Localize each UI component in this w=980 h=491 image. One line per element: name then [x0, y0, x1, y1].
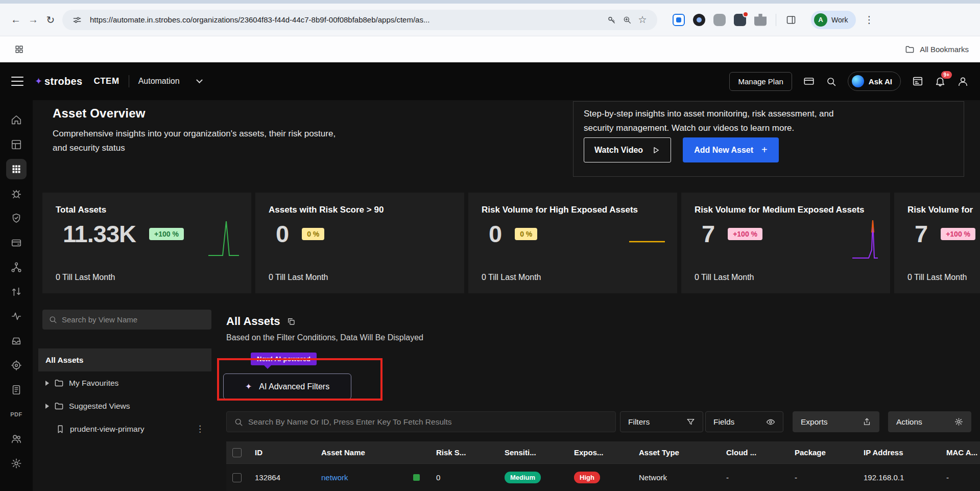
url-text[interactable]: https://automate.in.strobes.co/organizat… [90, 15, 604, 24]
cell-ip-address: 192.168.0.1 [857, 473, 940, 482]
stat-value: 7 [702, 220, 714, 248]
zoom-icon[interactable] [619, 12, 635, 28]
view-search-box[interactable] [42, 310, 211, 330]
caret-right-icon[interactable] [45, 381, 49, 386]
copy-icon[interactable] [286, 317, 296, 326]
column-header-id[interactable]: ID [249, 448, 315, 457]
dashboard-icon[interactable] [11, 139, 22, 150]
users-icon[interactable] [11, 433, 22, 445]
extension-icon-3[interactable] [713, 14, 726, 26]
ai-advanced-filters-label: AI Advanced Filters [259, 382, 329, 391]
folder-icon [54, 401, 64, 411]
shield-icon[interactable] [11, 213, 22, 224]
view-item-prudent-view-primary[interactable]: prudent-view-primary ⋮ [38, 417, 211, 440]
view-folder-suggested-views[interactable]: Suggested Views [38, 394, 211, 417]
tab-groups-grid-icon[interactable] [11, 42, 27, 57]
sensitivity-badge: Medium [505, 472, 541, 483]
stat-footer: 0 Till Last Month [482, 273, 664, 282]
stat-delta-badge: 0 % [302, 228, 324, 240]
password-key-icon[interactable] [604, 12, 619, 28]
browser-chrome: ← → ↻ https://automate.in.strobes.co/org… [0, 0, 980, 62]
column-header-cloud[interactable]: Cloud ... [720, 448, 788, 457]
reload-button[interactable]: ↻ [42, 11, 59, 29]
column-header-sensitivity[interactable]: Sensiti... [498, 448, 568, 457]
bookmark-star-icon[interactable]: ☆ [635, 12, 650, 28]
hierarchy-icon[interactable] [11, 262, 22, 273]
fields-label: Fields [713, 417, 734, 427]
column-header-package[interactable]: Package [788, 448, 857, 457]
search-icon [49, 315, 57, 324]
row-checkbox[interactable] [232, 473, 242, 482]
forward-button[interactable]: → [25, 11, 42, 29]
back-button[interactable]: ← [7, 11, 25, 29]
url-bar[interactable]: https://automate.in.strobes.co/organizat… [62, 10, 657, 30]
side-panel-icon[interactable] [783, 12, 799, 28]
caret-right-icon[interactable] [45, 404, 49, 409]
promo-text: Step-by-step insights into asset monitor… [584, 107, 953, 135]
fields-button[interactable]: Fields [705, 411, 783, 432]
assets-header: All Assets Based on the Filter Condition… [226, 315, 423, 342]
extension-icon-2[interactable] [693, 14, 705, 26]
strobes-logo[interactable]: ✦ strobes [35, 76, 82, 87]
billing-card-icon[interactable] [803, 76, 815, 87]
exposure-badge: High [574, 472, 600, 483]
column-header-mac[interactable]: MAC A... [940, 448, 980, 457]
column-header-ip-address[interactable]: IP Address [857, 448, 940, 457]
browser-profile[interactable]: A Work [811, 11, 856, 29]
stat-footer: 0 Till Last Month [269, 273, 451, 282]
ai-advanced-filters-button[interactable]: ✦ AI Advanced Filters [223, 373, 351, 400]
bug-icon[interactable] [11, 188, 22, 199]
search-icon [234, 417, 243, 427]
view-search-input[interactable] [62, 315, 205, 324]
hamburger-menu-icon[interactable] [11, 77, 23, 86]
column-header-asset-name[interactable]: Asset Name [315, 448, 430, 457]
column-header-exposure[interactable]: Expos... [568, 448, 633, 457]
asset-search-input[interactable] [248, 417, 608, 427]
pdf-reports-icon[interactable]: PDF [11, 409, 22, 420]
user-profile-icon[interactable] [957, 76, 969, 87]
filters-label: Filters [628, 417, 650, 427]
search-icon[interactable] [826, 76, 836, 87]
view-item-all-assets[interactable]: All Assets [38, 348, 211, 371]
asset-search-box[interactable] [226, 411, 616, 432]
add-asset-label: Add New Asset [694, 146, 753, 155]
site-settings-icon[interactable] [69, 12, 85, 28]
document-icon[interactable] [11, 384, 22, 395]
stat-delta-badge: +100 % [149, 228, 184, 240]
swap-arrows-icon[interactable] [11, 286, 22, 297]
asset-name-link[interactable]: network [321, 473, 348, 482]
extension-icon-4[interactable] [734, 14, 746, 26]
nav-dropdown-automation[interactable]: Automation [138, 77, 202, 86]
filters-button[interactable]: Filters [620, 411, 703, 432]
wallet-icon[interactable] [11, 237, 22, 248]
views-list: All Assets My Favourites Suggested Views [38, 348, 211, 440]
watch-video-button[interactable]: Watch Video [584, 137, 671, 162]
assets-table: ID Asset Name Risk S... Sensiti... Expos… [226, 441, 980, 491]
column-header-asset-type[interactable]: Asset Type [633, 448, 720, 457]
settings-gear-icon[interactable] [11, 458, 22, 469]
notifications-bell-icon[interactable]: 9+ [935, 76, 946, 87]
view-item-menu-icon[interactable]: ⋮ [196, 424, 204, 434]
browser-menu-icon[interactable]: ⋮ [864, 14, 874, 26]
select-all-checkbox[interactable] [232, 448, 242, 457]
whats-new-icon[interactable] [912, 76, 923, 87]
manage-plan-button[interactable]: Manage Plan [729, 72, 792, 91]
table-row[interactable]: 132864 network 0 Medium High Network - -… [226, 463, 980, 491]
view-item-label: All Assets [45, 356, 83, 365]
inbox-icon[interactable] [11, 335, 22, 346]
add-new-asset-button[interactable]: Add New Asset + [683, 137, 779, 162]
assets-grid-icon[interactable] [6, 159, 27, 179]
extensions-puzzle-icon[interactable] [754, 14, 767, 26]
all-bookmarks[interactable]: All Bookmarks [905, 44, 969, 54]
view-folder-my-favourites[interactable]: My Favourites [38, 371, 211, 394]
target-scope-icon[interactable] [11, 360, 22, 371]
exports-button[interactable]: Exports [793, 411, 879, 432]
home-icon[interactable] [11, 114, 22, 126]
assets-toolbar: Filters Fields Exports Actions [226, 411, 971, 432]
stat-delta-badge: +100 % [941, 228, 975, 240]
extension-icon-1[interactable] [673, 14, 685, 26]
column-header-risk-score[interactable]: Risk S... [430, 448, 498, 457]
ask-ai-button[interactable]: Ask AI [848, 72, 901, 91]
actions-button[interactable]: Actions [888, 411, 971, 432]
activity-pulse-icon[interactable] [11, 311, 22, 322]
